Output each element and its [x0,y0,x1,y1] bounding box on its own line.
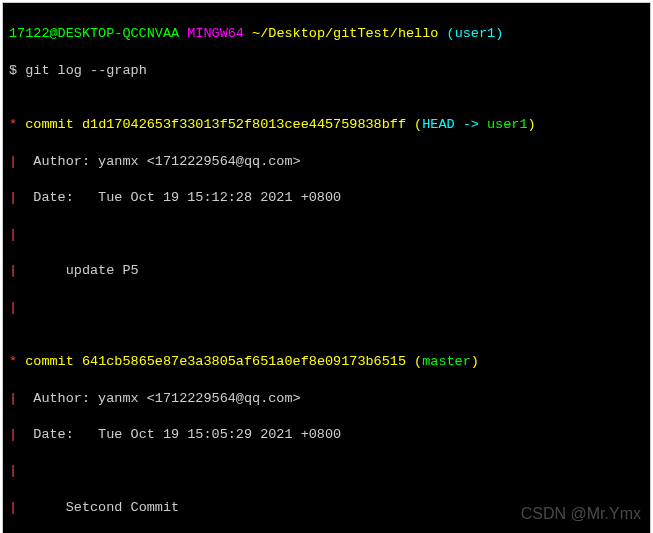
env: MINGW64 [187,26,244,41]
user-host: 17122@DESKTOP-QCCNVAA [9,26,179,41]
blank-line: | [9,462,644,480]
command-line: $ git log --graph [9,62,644,80]
blank-line: | [9,226,644,244]
author-line: | Author: yanmx <1712229564@qq.com> [9,390,644,408]
commit-line: * commit d1d17042653f33013f52f8013cee445… [9,116,644,134]
msg-line: | update P5 [9,262,644,280]
terminal-1: 17122@DESKTOP-QCCNVAA MINGW64 ~/Desktop/… [2,2,651,533]
date-line: | Date: Tue Oct 19 15:05:29 2021 +0800 [9,426,644,444]
commit-line: * commit 641cb5865e87e3a3805af651a0ef8e0… [9,353,644,371]
msg-line: | Setcond Commit [9,499,644,517]
author-line: | Author: yanmx <1712229564@qq.com> [9,153,644,171]
commit-hash: d1d17042653f33013f52f8013cee445759838bff [82,117,406,132]
commit-hash: 641cb5865e87e3a3805af651a0ef8e09173b6515 [82,354,406,369]
prompt-symbol: $ [9,63,17,78]
command: git log --graph [25,63,147,78]
branch: (user1) [447,26,504,41]
date-line: | Date: Tue Oct 19 15:12:28 2021 +0800 [9,189,644,207]
blank-line: | [9,299,644,317]
path: ~/Desktop/gitTest/hello [252,26,438,41]
prompt-line: 17122@DESKTOP-QCCNVAA MINGW64 ~/Desktop/… [9,25,644,43]
